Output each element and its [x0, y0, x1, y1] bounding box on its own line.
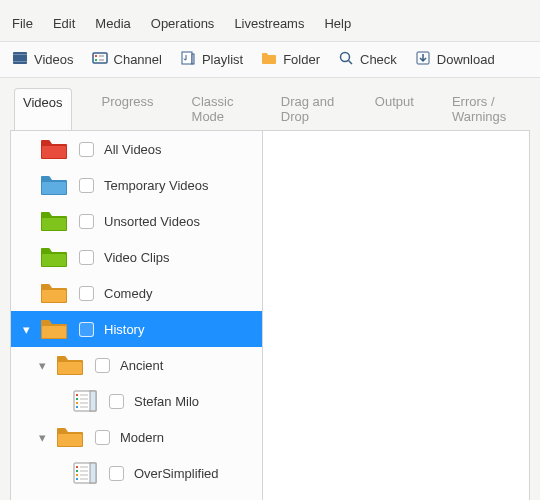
- menu-edit[interactable]: Edit: [53, 16, 75, 31]
- folder-icon: [37, 173, 71, 197]
- checkbox[interactable]: [79, 322, 94, 337]
- tab-errors-warnings[interactable]: Errors / Warnings: [444, 88, 526, 130]
- tree-row-comedy[interactable]: Comedy: [11, 275, 262, 311]
- svg-rect-2: [13, 61, 27, 62]
- folder-button[interactable]: Folder: [261, 50, 320, 69]
- svg-rect-27: [76, 474, 78, 476]
- channel-button[interactable]: Channel: [92, 50, 162, 69]
- tree-row-modern[interactable]: ▾Modern: [11, 419, 262, 455]
- svg-rect-26: [76, 470, 78, 472]
- folder-icon: [37, 209, 71, 233]
- checkbox[interactable]: [79, 214, 94, 229]
- tab-drag-and-drop[interactable]: Drag and Drop: [273, 88, 345, 130]
- list-icon: [71, 461, 99, 485]
- tree-row-unsorted-videos[interactable]: Unsorted Videos: [11, 203, 262, 239]
- checkbox[interactable]: [95, 358, 110, 373]
- expander-icon: [19, 286, 33, 300]
- menu-help[interactable]: Help: [324, 16, 351, 31]
- download-label: Download: [437, 52, 495, 67]
- tree-label: Comedy: [104, 286, 262, 301]
- svg-point-10: [341, 53, 350, 62]
- tree-row-stefan-milo[interactable]: Stefan Milo: [11, 383, 262, 419]
- channel-label: Channel: [114, 52, 162, 67]
- svg-rect-28: [76, 478, 78, 480]
- expander-icon: [19, 214, 33, 228]
- folder-icon: [261, 50, 277, 69]
- tree-label: Stefan Milo: [134, 394, 262, 409]
- tree-label: Unsorted Videos: [104, 214, 262, 229]
- svg-rect-5: [95, 59, 97, 61]
- list-icon: [71, 389, 99, 413]
- svg-rect-17: [76, 402, 78, 404]
- toolbar: VideosChannelPlaylistFolderCheckDownload: [0, 41, 540, 78]
- tree-label: Video Clips: [104, 250, 262, 265]
- folder-icon: [37, 317, 71, 341]
- content-pane: [263, 131, 529, 500]
- tree-row-history[interactable]: ▾History: [11, 311, 262, 347]
- checkbox[interactable]: [109, 466, 124, 481]
- download-icon: [415, 50, 431, 69]
- svg-rect-15: [76, 394, 78, 396]
- check-label: Check: [360, 52, 397, 67]
- tree-label: Modern: [120, 430, 262, 445]
- svg-rect-14: [90, 391, 96, 411]
- check-button[interactable]: Check: [338, 50, 397, 69]
- checkbox[interactable]: [79, 286, 94, 301]
- channel-icon: [92, 50, 108, 69]
- menu-livestreams[interactable]: Livestreams: [234, 16, 304, 31]
- folder-icon: [37, 137, 71, 161]
- expander-icon[interactable]: ▾: [19, 322, 33, 336]
- tab-progress[interactable]: Progress: [94, 88, 162, 130]
- expander-icon: [19, 142, 33, 156]
- svg-line-11: [349, 61, 353, 65]
- tree-label: Temporary Videos: [104, 178, 262, 193]
- expander-icon: [19, 178, 33, 192]
- tree-row-oversimplified[interactable]: OverSimplified: [11, 455, 262, 491]
- svg-rect-1: [13, 54, 27, 55]
- folder-label: Folder: [283, 52, 320, 67]
- playlist-button[interactable]: Playlist: [180, 50, 243, 69]
- tree-label: OverSimplified: [134, 466, 262, 481]
- svg-rect-9: [192, 54, 194, 64]
- tree-row-ancient[interactable]: ▾Ancient: [11, 347, 262, 383]
- videos-icon: [12, 50, 28, 69]
- checkbox[interactable]: [79, 178, 94, 193]
- folder-tree[interactable]: All VideosTemporary VideosUnsorted Video…: [11, 131, 263, 500]
- menu-file[interactable]: File: [12, 16, 33, 31]
- window-title: [0, 0, 540, 10]
- tree-row-all-videos[interactable]: All Videos: [11, 131, 262, 167]
- tree-label: Ancient: [120, 358, 262, 373]
- expander-icon[interactable]: ▾: [35, 358, 49, 372]
- download-button[interactable]: Download: [415, 50, 495, 69]
- tree-label: All Videos: [104, 142, 262, 157]
- svg-rect-4: [95, 55, 97, 57]
- checkbox[interactable]: [79, 250, 94, 265]
- checkbox[interactable]: [95, 430, 110, 445]
- svg-rect-16: [76, 398, 78, 400]
- tree-row-temporary-videos[interactable]: Temporary Videos: [11, 167, 262, 203]
- expander-icon: [19, 250, 33, 264]
- checkbox[interactable]: [109, 394, 124, 409]
- videos-button[interactable]: Videos: [12, 50, 74, 69]
- tab-output[interactable]: Output: [367, 88, 422, 130]
- menu-operations[interactable]: Operations: [151, 16, 215, 31]
- tab-strip: VideosProgressClassic ModeDrag and DropO…: [0, 78, 540, 130]
- menu-media[interactable]: Media: [95, 16, 130, 31]
- svg-rect-0: [13, 52, 27, 64]
- checkbox[interactable]: [79, 142, 94, 157]
- expander-icon[interactable]: ▾: [35, 430, 49, 444]
- playlist-icon: [180, 50, 196, 69]
- svg-rect-8: [182, 52, 192, 64]
- folder-icon: [37, 245, 71, 269]
- folder-icon: [53, 425, 87, 449]
- tab-classic-mode[interactable]: Classic Mode: [184, 88, 251, 130]
- svg-rect-3: [93, 53, 107, 63]
- tree-row-video-clips[interactable]: Video Clips: [11, 239, 262, 275]
- check-icon: [338, 50, 354, 69]
- videos-label: Videos: [34, 52, 74, 67]
- svg-rect-24: [90, 463, 96, 483]
- svg-rect-25: [76, 466, 78, 468]
- expander-icon: [51, 394, 65, 408]
- tab-videos[interactable]: Videos: [14, 88, 72, 130]
- expander-icon: [51, 466, 65, 480]
